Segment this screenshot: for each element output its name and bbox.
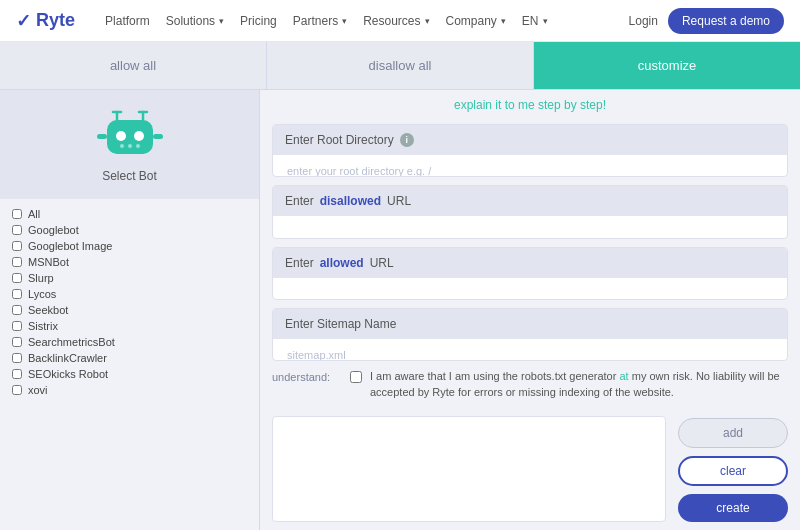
bot-checkbox-all[interactable] xyxy=(12,209,22,219)
bot-checkbox-xovi[interactable] xyxy=(12,385,22,395)
list-item[interactable]: SEOkicks Robot xyxy=(12,367,247,381)
nav-language[interactable]: EN ▾ xyxy=(522,14,548,28)
add-button[interactable]: add xyxy=(678,418,788,448)
create-button[interactable]: create xyxy=(678,494,788,522)
list-item[interactable]: Seekbot xyxy=(12,303,247,317)
list-item[interactable]: Slurp xyxy=(12,271,247,285)
brand-logo[interactable]: ✓ Ryte xyxy=(16,10,75,32)
bot-checkbox-msnbot[interactable] xyxy=(12,257,22,267)
chevron-down-icon: ▾ xyxy=(543,16,548,26)
sitemap-header: Enter Sitemap Name xyxy=(273,309,787,339)
nav-resources[interactable]: Resources ▾ xyxy=(363,14,429,28)
bottom-area: add clear create xyxy=(260,408,800,530)
root-directory-label: Enter Root Directory xyxy=(285,133,394,147)
understand-section: understand: I am aware that I am using t… xyxy=(260,361,800,408)
brand-check: ✓ xyxy=(16,10,31,32)
main-container: allow all disallow all customize xyxy=(0,42,800,530)
top-buttons-bar: allow all disallow all customize xyxy=(0,42,800,90)
bot-avatar-icon xyxy=(95,106,165,161)
bot-icon-area: Select Bot xyxy=(0,90,259,199)
list-item[interactable]: MSNBot xyxy=(12,255,247,269)
bot-checkbox-lycos[interactable] xyxy=(12,289,22,299)
navbar: ✓ Ryte Platform Solutions ▾ Pricing Part… xyxy=(0,0,800,42)
chevron-down-icon: ▾ xyxy=(425,16,430,26)
clear-button[interactable]: clear xyxy=(678,456,788,486)
chevron-down-icon: ▾ xyxy=(342,16,347,26)
allowed-url-label-suffix: URL xyxy=(370,256,394,270)
disallowed-url-label-prefix: Enter xyxy=(285,194,314,208)
list-item[interactable]: Lycos xyxy=(12,287,247,301)
chevron-down-icon: ▾ xyxy=(219,16,224,26)
bot-checkbox-googlebot[interactable] xyxy=(12,225,22,235)
disallowed-url-label-bold: disallowed xyxy=(320,194,381,208)
list-item[interactable]: BacklinkCrawler xyxy=(12,351,247,365)
svg-rect-8 xyxy=(153,134,163,139)
svg-point-11 xyxy=(136,144,140,148)
bot-list: All Googlebot Googlebot Image MSNBot Slu… xyxy=(0,199,259,405)
allowed-url-section: Enter allowed URL xyxy=(272,247,788,300)
explain-link[interactable]: explain it to me step by step! xyxy=(260,90,800,116)
svg-point-9 xyxy=(120,144,124,148)
svg-point-10 xyxy=(128,144,132,148)
nav-solutions[interactable]: Solutions ▾ xyxy=(166,14,224,28)
customize-button[interactable]: customize xyxy=(534,42,800,89)
bot-checkbox-sistrix[interactable] xyxy=(12,321,22,331)
disallow-all-button[interactable]: disallow all xyxy=(267,42,534,89)
chevron-down-icon: ▾ xyxy=(501,16,506,26)
request-demo-button[interactable]: Request a demo xyxy=(668,8,784,34)
disallowed-url-body xyxy=(273,216,787,238)
nav-platform[interactable]: Platform xyxy=(105,14,150,28)
at-link: at xyxy=(619,370,628,382)
brand-name: Ryte xyxy=(36,10,75,31)
bot-checkbox-seekbot[interactable] xyxy=(12,305,22,315)
nav-partners[interactable]: Partners ▾ xyxy=(293,14,347,28)
disallowed-url-section: Enter disallowed URL xyxy=(272,185,788,238)
nav-right: Login Request a demo xyxy=(629,8,784,34)
disallowed-url-input[interactable] xyxy=(285,222,775,238)
understand-label: understand: xyxy=(272,369,342,383)
list-item[interactable]: Sistrix xyxy=(12,319,247,333)
list-item[interactable]: xovi xyxy=(12,383,247,397)
nav-company[interactable]: Company ▾ xyxy=(446,14,506,28)
disallowed-url-header: Enter disallowed URL xyxy=(273,186,787,216)
allowed-url-label-bold: allowed xyxy=(320,256,364,270)
disallowed-url-label-suffix: URL xyxy=(387,194,411,208)
sitemap-body xyxy=(273,339,787,361)
right-panel: explain it to me step by step! Enter Roo… xyxy=(260,90,800,530)
bot-checkbox-seokicks[interactable] xyxy=(12,369,22,379)
root-directory-section: Enter Root Directory i xyxy=(272,124,788,177)
understand-text: I am aware that I am using the robots.tx… xyxy=(370,369,788,400)
sitemap-input[interactable] xyxy=(285,345,775,361)
bot-checkbox-searchmetricsbot[interactable] xyxy=(12,337,22,347)
allowed-url-body xyxy=(273,278,787,300)
login-link[interactable]: Login xyxy=(629,14,658,28)
understand-checkbox[interactable] xyxy=(350,371,362,383)
allowed-url-label-prefix: Enter xyxy=(285,256,314,270)
list-item[interactable]: All xyxy=(12,207,247,221)
bot-checkbox-googlebot-image[interactable] xyxy=(12,241,22,251)
sitemap-section: Enter Sitemap Name xyxy=(272,308,788,361)
info-icon: i xyxy=(400,133,414,147)
left-panel: Select Bot All Googlebot Googlebot Image… xyxy=(0,90,260,530)
root-directory-input[interactable] xyxy=(285,161,775,177)
root-directory-body xyxy=(273,155,787,177)
bot-checkbox-slurp[interactable] xyxy=(12,273,22,283)
svg-point-5 xyxy=(116,131,126,141)
sitemap-label: Enter Sitemap Name xyxy=(285,317,396,331)
output-textarea[interactable] xyxy=(272,416,666,522)
svg-point-6 xyxy=(134,131,144,141)
root-directory-header: Enter Root Directory i xyxy=(273,125,787,155)
action-buttons: add clear create xyxy=(678,416,788,522)
allowed-url-header: Enter allowed URL xyxy=(273,248,787,278)
select-bot-label: Select Bot xyxy=(102,169,157,183)
svg-rect-7 xyxy=(97,134,107,139)
bot-checkbox-backlinkcrawler[interactable] xyxy=(12,353,22,363)
list-item[interactable]: Googlebot xyxy=(12,223,247,237)
allow-all-button[interactable]: allow all xyxy=(0,42,267,89)
nav-pricing[interactable]: Pricing xyxy=(240,14,277,28)
allowed-url-input[interactable] xyxy=(285,284,775,300)
svg-rect-4 xyxy=(107,120,153,154)
list-item[interactable]: Googlebot Image xyxy=(12,239,247,253)
list-item[interactable]: SearchmetricsBot xyxy=(12,335,247,349)
content-area: Select Bot All Googlebot Googlebot Image… xyxy=(0,90,800,530)
